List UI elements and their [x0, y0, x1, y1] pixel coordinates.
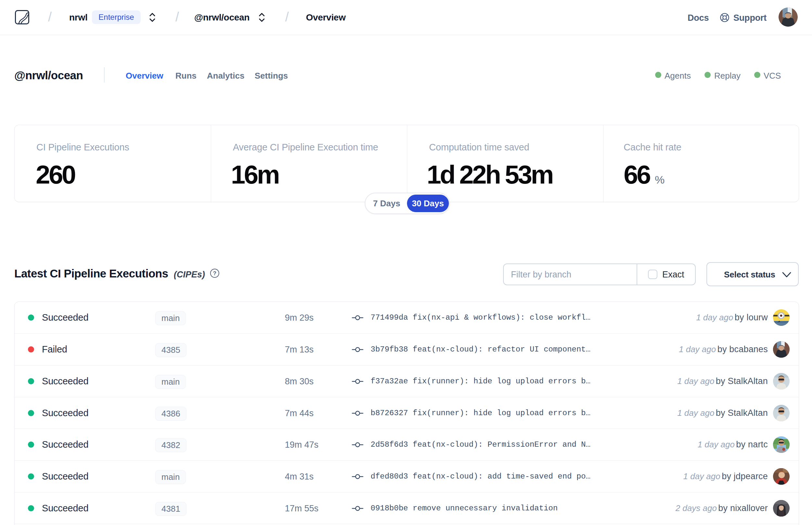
svg-text:?: ? [213, 270, 216, 276]
